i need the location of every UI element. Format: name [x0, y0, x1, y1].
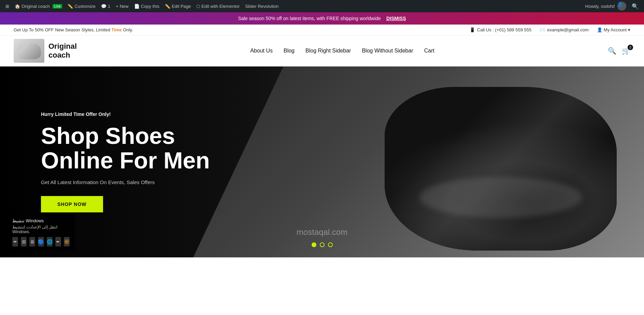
account-label: My Account — [604, 27, 627, 32]
windows-icon-5[interactable]: 🌐 — [47, 237, 53, 246]
shoe-image — [385, 87, 617, 251]
header-cart-icon[interactable]: 🛒 0 — [622, 47, 630, 55]
cart-count: 0 — [628, 45, 633, 50]
header-actions: 🔍 🛒 0 — [608, 47, 630, 55]
watermark: mostaqal.com — [297, 227, 347, 237]
windows-icon-3[interactable]: 🖥 — [29, 237, 35, 246]
main-nav: About Us Blog Blog Right Sidebar Blog Wi… — [90, 48, 594, 54]
live-badge: Live — [53, 4, 62, 9]
hero-title: Shop Shoes Online For Men — [41, 124, 210, 172]
site-name-icon: 🏠 — [15, 4, 20, 9]
slider-dot-1[interactable] — [312, 242, 316, 247]
logo-area: Original coach — [14, 39, 77, 63]
promo-prefix: Get Up To 50% OFF New Season Styles, Lim… — [14, 27, 112, 32]
new-button[interactable]: + New — [113, 0, 131, 12]
admin-bar: ⊞ 🏠 Original coach Live ✏️ Customize 💬 1… — [0, 0, 644, 12]
logo-image — [14, 39, 44, 63]
windows-icon-4[interactable]: 🔵 — [38, 237, 44, 246]
nav-blog[interactable]: Blog — [284, 48, 295, 54]
windows-icon-1[interactable]: ✒ — [12, 237, 18, 246]
promo-text: Get Up To 50% OFF New Season Styles, Lim… — [14, 27, 133, 32]
account-chevron-icon: ▾ — [628, 27, 630, 32]
admin-bar-right: Howdy, ssdsfsf 👤 🔍 — [585, 2, 641, 11]
edit-icon: ✏️ — [165, 4, 170, 9]
logo-text: Original coach — [48, 42, 77, 60]
windows-line2: انتقل إلى الإعدادت لتنشيط — [12, 225, 70, 229]
hero-title-line1: Shop Shoes — [41, 124, 210, 148]
slider-dots — [312, 242, 333, 247]
slider-dot-2[interactable] — [320, 242, 325, 247]
edit-page-button[interactable]: ✏️ Edit Page — [162, 0, 194, 12]
edit-page-label: Edit Page — [172, 4, 191, 9]
email-item: ✉️ example@gmail.com — [540, 27, 589, 32]
edit-elementor-label: Edit with Elementor — [201, 4, 240, 9]
customize-button[interactable]: ✏️ Customize — [65, 0, 98, 12]
windows-activation-overlay: تنشيط Windows انتقل إلى الإعدادت لتنشيط … — [7, 214, 75, 251]
admin-wp-icon[interactable]: ⊞ — [3, 0, 12, 12]
logo-text-line2: coach — [48, 51, 70, 59]
slider-dot-3[interactable] — [328, 242, 333, 247]
contact-info: 📱 Call Us : (+01) 589 559 555 ✉️ example… — [470, 27, 630, 32]
nav-blog-without-sidebar[interactable]: Blog Without Sidebar — [362, 48, 413, 54]
new-label: New — [120, 4, 129, 9]
admin-search-icon[interactable]: 🔍 — [629, 3, 641, 10]
windows-icon-6[interactable]: ✒ — [55, 237, 61, 246]
account-icon: 👤 — [597, 27, 602, 32]
edit-elementor-button[interactable]: ⬡ Edit with Elementor — [194, 0, 242, 12]
nav-cart[interactable]: Cart — [424, 48, 434, 54]
elementor-icon: ⬡ — [196, 4, 200, 9]
nav-about-us[interactable]: About Us — [250, 48, 273, 54]
hero-shoe-visual — [385, 87, 617, 251]
hero-subtitle: Hurry Limited Time Offer Only! — [41, 111, 210, 117]
logo-text-line1: Original — [48, 42, 77, 50]
slider-revolution-button[interactable]: Slider Revolution — [242, 0, 281, 12]
windows-line3: Windows. — [12, 229, 70, 234]
windows-icons: ✒ ⊞ 🖥 🔵 🌐 ✒ 🔆 — [12, 237, 70, 246]
windows-icon-2[interactable]: ⊞ — [21, 237, 27, 246]
hero-description: Get All Latest Information On Events, Sa… — [41, 179, 210, 185]
my-account-button[interactable]: 👤 My Account ▾ — [597, 27, 630, 32]
admin-avatar: 👤 — [617, 2, 626, 11]
phone-icon: 📱 — [470, 27, 475, 32]
shop-now-button[interactable]: SHOP NOW — [41, 196, 103, 212]
howdy-text: Howdy, ssdsfsf — [585, 4, 615, 9]
slider-label: Slider Revolution — [245, 4, 278, 9]
nav-blog-right-sidebar[interactable]: Blog Right Sidebar — [305, 48, 351, 54]
email-text: example@gmail.com — [547, 27, 589, 32]
dismiss-button[interactable]: DISMISS — [386, 16, 406, 21]
hero-section: Hurry Limited Time Offer Only! Shop Shoe… — [0, 66, 644, 257]
sale-banner: Sale season 50% off on latest items, wit… — [0, 12, 644, 25]
email-icon: ✉️ — [540, 27, 545, 32]
header-search-icon[interactable]: 🔍 — [608, 47, 616, 55]
customize-label: Customize — [74, 4, 95, 9]
copy-this-button[interactable]: 📄 Copy this — [131, 0, 162, 12]
phone-item: 📱 Call Us : (+01) 589 559 555 — [470, 27, 531, 32]
comments-icon: 💬 — [101, 4, 106, 9]
copy-icon: 📄 — [134, 4, 140, 9]
windows-title: تنشيط Windows — [12, 218, 70, 223]
hero-content: Hurry Limited Time Offer Only! Shop Shoe… — [0, 111, 210, 212]
site-name-text: Original coach — [22, 4, 50, 9]
comments-button[interactable]: 💬 1 — [98, 0, 113, 12]
promo-highlight: Time — [112, 27, 122, 32]
main-header: Original coach About Us Blog Blog Right … — [0, 35, 644, 66]
windows-icon-7[interactable]: 🔆 — [64, 237, 70, 246]
promo-suffix: Only. — [122, 27, 133, 32]
hero-title-line2: Online For Men — [41, 148, 210, 172]
plus-icon: + — [116, 4, 118, 9]
top-info-bar: Get Up To 50% OFF New Season Styles, Lim… — [0, 25, 644, 35]
wp-logo-icon: ⊞ — [5, 4, 9, 9]
comments-count: 1 — [108, 4, 110, 9]
customize-icon: ✏️ — [68, 4, 73, 9]
sale-banner-text: Sale season 50% off on latest items, wit… — [238, 16, 381, 21]
copy-this-label: Copy this — [141, 4, 159, 9]
phone-text: Call Us : (+01) 589 559 555 — [477, 27, 531, 32]
watermark-text: mostaqal.com — [297, 227, 347, 237]
admin-site-name[interactable]: 🏠 Original coach Live — [12, 0, 65, 12]
